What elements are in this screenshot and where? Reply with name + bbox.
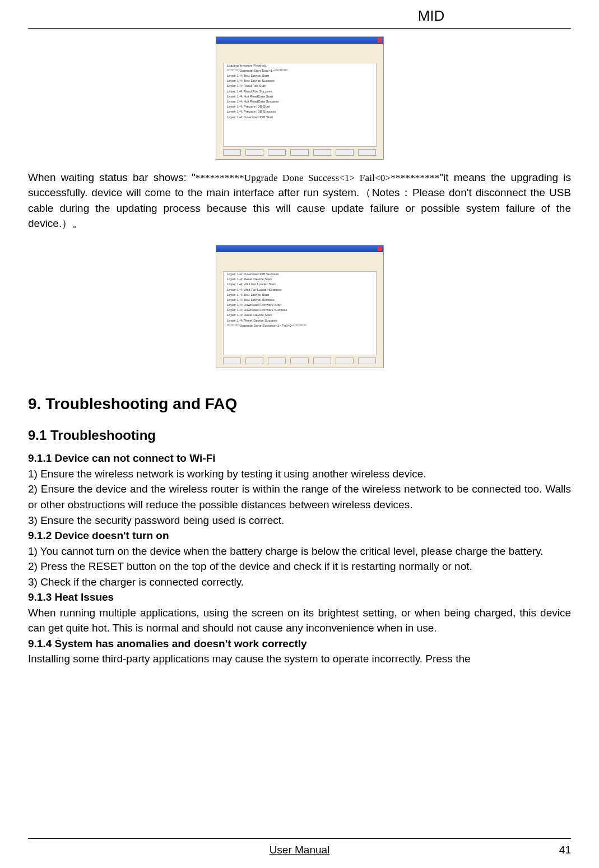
window-button: [223, 358, 241, 364]
log-line: Layer: 1-4: Prepare IDB Start: [224, 104, 376, 109]
window-button: [245, 358, 263, 364]
window-button: [336, 358, 354, 364]
window-button: [290, 149, 308, 156]
section-heading-troubleshooting: 9. Troubleshooting and FAQ: [28, 393, 571, 416]
window-button: [268, 149, 286, 156]
window-top-fields: [223, 256, 377, 269]
window-top-fields: [223, 47, 377, 61]
log-line: Layer: 1-4: Read Abs Start: [224, 83, 376, 89]
log-line: Layer: 1-4: Download IDB Start: [224, 115, 376, 120]
troubleshooting-body: 9.1.1 Device can not connect to Wi-Fi 1)…: [28, 451, 571, 667]
log-line: Layer: 1-4: Test Device Success: [224, 78, 376, 83]
window-body: Layer: 1-4: Download IDB Success Layer: …: [216, 252, 383, 368]
item-title-9-1-4: 9.1.4 System has anomalies and doesn't w…: [28, 638, 307, 649]
log-line: Layer: 1-4: Hot ReadData Success: [224, 99, 376, 104]
log-line: Loading firmware Finished.: [224, 63, 376, 68]
log-line: **********Upgrade Done Success<1> Fail<0…: [224, 323, 376, 328]
log-line: Layer: 1-4: Download Firmware Start: [224, 303, 376, 308]
item-line: 1) Ensure the wireless network is workin…: [28, 466, 571, 482]
log-line: Layer: 1-4: Reset Device Start: [224, 277, 376, 282]
log-line: Layer: 1-4: Test Device Success: [224, 298, 376, 303]
upgrade-done-status: **********Upgrade Done Success<1> Fail<0…: [196, 173, 440, 183]
upgrade-instruction-paragraph: When waiting status bar shows: "********…: [28, 170, 571, 231]
page-number: 41: [549, 842, 571, 858]
log-line: Layer: 1-4: Wait For Loader Success: [224, 287, 376, 293]
item-line: Installing some third-party applications…: [28, 651, 571, 667]
close-icon: [378, 247, 382, 251]
page-header-title: MID: [28, 6, 571, 27]
window-button: [313, 358, 331, 364]
log-line: Layer: 1-4: Read Abs Success: [224, 89, 376, 94]
item-line: 3) Ensure the security password being us…: [28, 513, 571, 528]
screenshot-upgrade-progress-1: Loading firmware Finished. **********Upg…: [216, 36, 384, 160]
para-prefix: When waiting status bar shows: ": [28, 171, 196, 183]
log-line: Layer: 1-4: Test Device Start: [224, 73, 376, 78]
item-title-9-1-2: 9.1.2 Device doesn't turn on: [28, 530, 169, 541]
log-line: Layer: 1-4: Reset Device Start: [224, 313, 376, 318]
item-line: 1) You cannot turn on the device when th…: [28, 544, 571, 559]
log-line: Layer: 1-4: Download IDB Success: [224, 272, 376, 277]
log-panel: Loading firmware Finished. **********Upg…: [223, 63, 377, 147]
window-button-row: [223, 358, 377, 365]
log-line: Layer: 1-4: Test Device Start: [224, 293, 376, 298]
window-button: [313, 149, 331, 156]
footer-divider: [28, 838, 571, 839]
item-title-9-1-1: 9.1.1 Device can not connect to Wi-Fi: [28, 452, 216, 464]
window-button: [358, 149, 376, 156]
window-button: [223, 149, 241, 156]
window-titlebar: [216, 245, 383, 252]
page-footer: User Manual 41: [28, 838, 571, 858]
log-line: Layer: 1-4: Download Firmware Success: [224, 308, 376, 313]
close-icon: [378, 38, 382, 43]
log-line: Layer: 1-4: Wait For Loader Start: [224, 282, 376, 287]
log-panel: Layer: 1-4: Download IDB Success Layer: …: [223, 271, 377, 355]
log-line: Layer: 1-4: Reset Device Success: [224, 318, 376, 323]
item-line: 3) Check if the charger is connected cor…: [28, 574, 571, 590]
item-line: 2) Press the RESET button on the top of …: [28, 559, 571, 574]
header-divider: [28, 28, 571, 29]
window-button: [290, 358, 308, 364]
window-titlebar: [216, 37, 383, 44]
window-button: [245, 149, 263, 156]
log-line: Layer: 1-4: Prepare IDB Success: [224, 109, 376, 114]
footer-label: User Manual: [50, 842, 549, 858]
log-line: Layer: 1-4: Hot ReadData Start: [224, 94, 376, 99]
log-line: **********Upgrade Start Total<1>********…: [224, 68, 376, 73]
subsection-heading-9-1: 9.1 Troubleshooting: [28, 426, 571, 445]
item-title-9-1-3: 9.1.3 Heat Issues: [28, 591, 114, 603]
item-line: When running multiple applications, usin…: [28, 605, 571, 636]
window-button: [358, 358, 376, 364]
item-line: 2) Ensure the device and the wireless ro…: [28, 481, 571, 512]
window-button: [268, 358, 286, 364]
window-button: [336, 149, 354, 156]
window-button-row: [223, 149, 377, 157]
window-body: Loading firmware Finished. **********Upg…: [216, 44, 383, 159]
screenshot-upgrade-progress-2: Layer: 1-4: Download IDB Success Layer: …: [216, 245, 384, 368]
